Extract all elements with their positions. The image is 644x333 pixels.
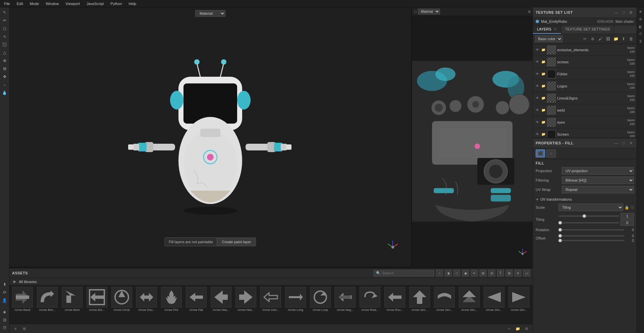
layer-tb-image[interactable]: 🖼 xyxy=(605,36,611,42)
list-item[interactable]: Arrow Loop xyxy=(309,287,332,323)
layer-tb-upload[interactable]: ⬆ xyxy=(620,36,627,42)
tool-layers2[interactable]: ⊟ xyxy=(1,316,8,324)
tool-measure[interactable]: ⊞ xyxy=(1,65,8,72)
list-item[interactable]: Arrow Hea... xyxy=(209,287,233,323)
tool-history[interactable]: ⏱ xyxy=(1,324,8,332)
layer-visibility-toggle[interactable]: 👁 xyxy=(535,84,540,88)
list-item[interactable]: Arrow Dou... xyxy=(135,287,158,323)
layer-folder-icon[interactable]: 📁 xyxy=(541,48,546,52)
properties-expand[interactable]: □ xyxy=(621,140,627,146)
layer-tb-edit[interactable]: ✏ xyxy=(582,36,588,42)
list-item[interactable]: Arrow Band xyxy=(11,287,34,323)
table-row[interactable]: 👁 📁 eyes Norm 100 xyxy=(533,116,637,128)
menu-python[interactable]: Python xyxy=(109,1,123,6)
texture-set-minimize[interactable]: — xyxy=(613,9,619,15)
texture-set-row[interactable]: Mat_EmilyRobo 4096x4096 Main shader xyxy=(533,18,637,25)
table-row[interactable]: 👁 📁 Logos Norm 100 xyxy=(533,80,637,92)
assets-view-half[interactable]: ◑ xyxy=(445,270,451,276)
layer-visibility-toggle[interactable]: 👁 xyxy=(535,48,540,52)
offset-slider-y[interactable] xyxy=(558,240,624,241)
list-item[interactable]: Arrow Ben... xyxy=(36,287,59,323)
assets-footer-add[interactable]: + xyxy=(506,325,513,332)
menu-file[interactable]: File xyxy=(3,1,11,6)
table-row[interactable]: 👁 📁 screws Norm 100 xyxy=(533,56,637,68)
lock-icon[interactable]: 🔒 xyxy=(625,205,629,210)
list-item[interactable]: Arrow Long xyxy=(284,287,307,323)
tiling-slider-x[interactable] xyxy=(558,215,619,217)
list-item[interactable]: Arrow Fire xyxy=(160,287,183,323)
assets-view-filled[interactable]: ◉ xyxy=(462,270,469,276)
tool-eyedropper[interactable]: 💧 xyxy=(1,89,8,96)
rotation-slider[interactable] xyxy=(558,229,624,230)
layer-folder-icon[interactable]: 📁 xyxy=(541,60,546,64)
layer-tb-trash[interactable]: 🗑 xyxy=(628,36,635,42)
assets-view-grid[interactable]: ⊞ xyxy=(480,270,486,276)
assets-view-grid2[interactable]: ⊟ xyxy=(488,270,495,276)
texture-set-expand[interactable]: □ xyxy=(621,9,627,15)
list-item[interactable]: Arrow Rota... xyxy=(358,287,382,323)
tool-brush-settings[interactable]: ◈ xyxy=(1,308,8,316)
offset-thumb-y[interactable] xyxy=(558,239,562,242)
list-item[interactable]: Arrow Rou... xyxy=(383,287,407,323)
table-row[interactable]: 👁 📁 Fühler Norm 100 xyxy=(533,68,637,80)
menu-viewport[interactable]: Viewport xyxy=(64,1,81,6)
strip-icon-history[interactable]: ⏱ xyxy=(638,31,644,37)
layer-tb-brush[interactable]: 🖌 xyxy=(597,36,604,42)
table-row[interactable]: 👁 📁 Lines&Signs Norm 100 xyxy=(533,92,637,104)
tiling-slider-y[interactable] xyxy=(558,222,619,223)
list-item[interactable]: Arrow Sim... xyxy=(408,287,431,323)
layer-tb-copy[interactable]: ⊕ xyxy=(589,36,596,42)
uvwrap-dropdown[interactable]: Repeat xyxy=(562,186,634,193)
menu-mode[interactable]: Mode xyxy=(29,1,41,6)
offset-thumb-x[interactable] xyxy=(558,234,562,238)
list-item[interactable]: Arrow Bor... xyxy=(85,287,109,323)
layer-folder-icon[interactable]: 📁 xyxy=(541,120,546,125)
layer-folder-icon[interactable]: 📁 xyxy=(541,96,546,101)
scale-dropdown[interactable]: Tiling xyxy=(558,204,623,211)
tab-texture-set-settings[interactable]: TEXTURE SET SETTINGS xyxy=(561,25,614,34)
assets-footer-list[interactable]: ≡ xyxy=(12,325,19,332)
viewport-3d-dropdown[interactable]: Material xyxy=(195,10,225,17)
projection-dropdown[interactable]: UV projection xyxy=(562,167,634,175)
properties-close[interactable]: ✕ xyxy=(628,140,634,146)
uv-header-expand[interactable]: ⊞ xyxy=(528,10,531,13)
assets-view-square[interactable]: □ xyxy=(453,270,460,276)
list-item[interactable]: Arrow Neg... xyxy=(333,287,357,323)
tool-eraser[interactable]: ◻ xyxy=(1,25,8,32)
tool-bake[interactable]: ⟳ xyxy=(1,289,8,296)
filtering-dropdown[interactable]: Bilinear [HQ] xyxy=(562,177,634,184)
list-item[interactable]: Arrow Sim... xyxy=(433,287,456,323)
strip-icon-settings[interactable]: ⚙ xyxy=(638,16,644,22)
tool-polygon[interactable]: △ xyxy=(1,49,8,56)
list-item[interactable]: Arrow Sim... xyxy=(507,287,531,323)
assets-footer-settings[interactable]: ⚙ xyxy=(523,325,530,332)
offset-slider-x[interactable] xyxy=(558,235,624,237)
strip-icon-dollar[interactable]: $ xyxy=(638,38,644,44)
list-item[interactable]: Arrow Sim... xyxy=(482,287,506,323)
strip-icon-layers[interactable]: ◧ xyxy=(638,23,644,29)
table-row[interactable]: 👁 📁 weld Norm 100 xyxy=(533,104,637,116)
assets-search-input[interactable] xyxy=(382,271,432,275)
tiling-thumb-x[interactable] xyxy=(583,214,586,218)
tool-select[interactable]: ↖ xyxy=(1,9,8,16)
assets-close[interactable]: ✕ xyxy=(515,270,521,276)
table-row[interactable]: 👁 📁 Screen Norm 100 xyxy=(533,128,637,138)
layers-channel-dropdown[interactable]: Base color xyxy=(535,36,562,42)
layer-tb-folder[interactable]: 📁 xyxy=(612,36,619,42)
menu-help[interactable]: Help xyxy=(127,1,138,6)
tool-clone[interactable]: ⊕ xyxy=(1,57,8,64)
table-row[interactable]: 👁 📁 emissive_elements Norm 100 xyxy=(533,44,637,56)
scale-info-icon[interactable]: ⓘ xyxy=(631,205,634,210)
rotation-thumb[interactable] xyxy=(558,228,562,231)
tab-layers[interactable]: LAYERS ✕ xyxy=(533,25,561,34)
list-item[interactable]: Arrow Sim... xyxy=(458,287,481,323)
create-paint-layer-button[interactable]: Create paint layer xyxy=(217,238,256,246)
assets-view-pen[interactable]: ✏ xyxy=(471,270,478,276)
tool-paint[interactable]: ✏ xyxy=(1,17,8,24)
layers-tab-close[interactable]: ✕ xyxy=(554,27,557,31)
assets-footer-folder[interactable]: 📁 xyxy=(515,325,521,332)
assets-view-circle[interactable]: ○ xyxy=(436,270,443,276)
menu-window[interactable]: Window xyxy=(44,1,60,6)
layer-visibility-toggle[interactable]: 👁 xyxy=(535,108,540,113)
list-item[interactable]: Arrow Hea... xyxy=(234,287,258,323)
